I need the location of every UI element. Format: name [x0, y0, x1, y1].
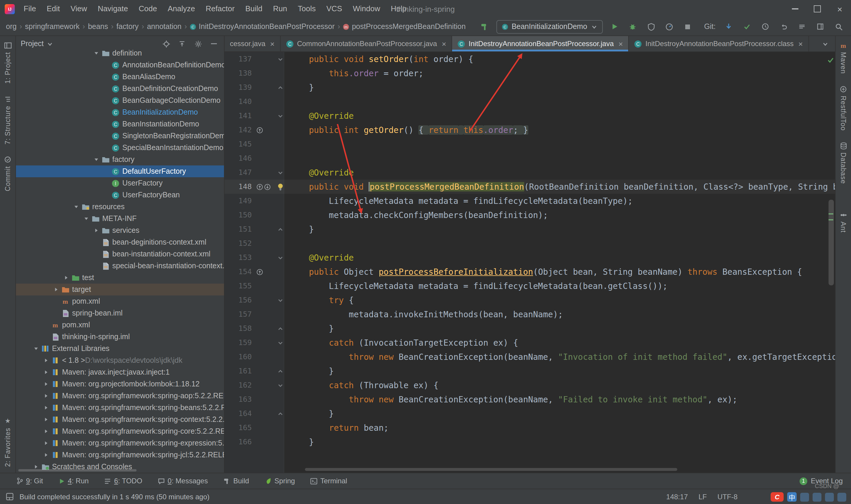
horizontal-scrollbar[interactable]: [305, 468, 677, 471]
tool-window-button-database[interactable]: Database: [840, 143, 847, 184]
git-rollback-button[interactable]: [777, 20, 790, 33]
breadcrumb-item-initdestroyannotationbeanpostprocessor[interactable]: CInitDestroyAnnotationBeanPostProcessor: [190, 22, 335, 31]
tree-item-definition[interactable]: definition: [16, 47, 224, 59]
line-number[interactable]: 165: [224, 421, 256, 435]
code-text[interactable]: try {: [285, 293, 835, 307]
line-number[interactable]: 166: [224, 435, 256, 449]
build-project-button[interactable]: [478, 20, 491, 33]
line-number[interactable]: 145: [224, 137, 256, 151]
menu-tools[interactable]: Tools: [292, 0, 321, 18]
collapsed-arrow-icon[interactable]: [32, 464, 40, 470]
tree-item-maven-org-projectlombok-lombok-1-18-12[interactable]: Maven: org.projectlombok:lombok:1.18.12: [16, 378, 224, 390]
line-number[interactable]: 155: [224, 279, 256, 293]
collapsed-arrow-icon[interactable]: [42, 428, 50, 434]
tree-item-annotationbeandefinitiondemo[interactable]: CAnnotationBeanDefinitionDemo: [16, 59, 224, 71]
tree-item-beangarbagecollectiondemo[interactable]: CBeanGarbageCollectionDemo: [16, 94, 224, 106]
code-line-160[interactable]: 160 throw new BeanCreationException(bean…: [224, 350, 835, 364]
tree-item-special-bean-instantiation-context-xml[interactable]: special-bean-instantiation-context.xml: [16, 260, 224, 272]
code-text[interactable]: throw new BeanCreationException(beanName…: [285, 392, 835, 407]
line-separator[interactable]: LF: [699, 492, 707, 501]
tree-item-pom-xml[interactable]: mpom.xml: [16, 319, 224, 331]
profiler-button[interactable]: [663, 20, 676, 33]
collapsed-arrow-icon[interactable]: [42, 440, 50, 446]
code-text[interactable]: catch (Throwable ex) {: [285, 378, 835, 392]
fold-down-icon[interactable]: [277, 340, 283, 345]
git-shelf-button[interactable]: [795, 20, 809, 33]
menu-vcs[interactable]: VCS: [321, 0, 347, 18]
menu-window[interactable]: Window: [347, 0, 386, 18]
tree-item-services[interactable]: services: [16, 224, 224, 236]
line-number[interactable]: 164: [224, 407, 256, 421]
overridden-method-icon[interactable]: [264, 183, 271, 190]
tool-window-button-git[interactable]: 9: Git: [17, 477, 43, 485]
code-line-137[interactable]: 137 public void setOrder(int order) {: [224, 52, 835, 66]
tool-window-button-todo[interactable]: 6: TODO: [104, 477, 142, 485]
code-line-149[interactable]: 149 LifecycleMetadata metadata = findLif…: [224, 194, 835, 208]
tree-item-pom-xml[interactable]: mpom.xml: [16, 295, 224, 307]
code-text[interactable]: }: [285, 80, 835, 94]
collapsed-arrow-icon[interactable]: [62, 275, 70, 281]
line-number[interactable]: 139: [224, 80, 256, 94]
tree-item-maven-org-springframework-spring-context-5-2-2-re[interactable]: Maven: org.springframework:spring-contex…: [16, 414, 224, 426]
editor-tab-cessor-java[interactable]: cessor.java×: [224, 36, 280, 51]
tool-window-switcher-icon[interactable]: [6, 493, 14, 501]
tree-item-1-8[interactable]: < 1.8 > D:\workspace\devtools\jdk\jdk: [16, 355, 224, 366]
code-line-148[interactable]: 148 public void postProcessMergedBeanDef…: [224, 180, 835, 194]
code-line-154[interactable]: 154 public Object postProcessBeforeIniti…: [224, 265, 835, 279]
breadcrumb-item-factory[interactable]: factory: [116, 22, 139, 31]
code-line-142[interactable]: 142 public int getOrder() { return this.…: [224, 123, 835, 137]
tree-item-userfactorybean[interactable]: CUserFactoryBean: [16, 189, 224, 201]
overriding-method-icon[interactable]: [256, 269, 263, 275]
overriding-method-icon[interactable]: [256, 183, 263, 190]
fold-up-icon[interactable]: [277, 368, 283, 374]
line-number[interactable]: 163: [224, 392, 256, 407]
collapsed-arrow-icon[interactable]: [92, 228, 101, 233]
collapsed-arrow-icon[interactable]: [42, 405, 50, 411]
menu-refactor[interactable]: Refactor: [200, 0, 240, 18]
code-text[interactable]: }: [285, 222, 835, 236]
collapsed-arrow-icon[interactable]: [52, 287, 60, 292]
minimize-button[interactable]: [784, 0, 806, 18]
chevron-down-icon[interactable]: [47, 40, 53, 47]
file-encoding[interactable]: UTF-8: [718, 492, 738, 501]
code-text[interactable]: metadata.checkConfigMembers(beanDefiniti…: [285, 208, 835, 222]
code-text[interactable]: @Override: [285, 165, 835, 180]
code-text[interactable]: catch (InvocationTargetException ex) {: [285, 336, 835, 350]
code-line-166[interactable]: 166 }: [224, 435, 835, 449]
fold-up-icon[interactable]: [277, 85, 283, 90]
collapsed-arrow-icon[interactable]: [42, 417, 50, 422]
tree-item-maven-javax-inject-javax-inject-1[interactable]: Maven: javax.inject:javax.inject:1: [16, 366, 224, 378]
close-button[interactable]: ×: [829, 0, 851, 18]
tool-window-button-build[interactable]: Build: [223, 477, 249, 485]
tree-item-beandefinitioncreationdemo[interactable]: CBeanDefinitionCreationDemo: [16, 83, 224, 94]
line-number[interactable]: 140: [224, 94, 256, 109]
code-text[interactable]: this.order = order;: [285, 66, 835, 80]
tree-item-beaninstantiationdemo[interactable]: CBeanInstantiationDemo: [16, 118, 224, 130]
line-number[interactable]: 153: [224, 251, 256, 265]
tree-item-specialbeaninstantiationdemo[interactable]: CSpecialBeanInstantiationDemo: [16, 142, 224, 154]
line-number[interactable]: 159: [224, 336, 256, 350]
vertical-scrollbar[interactable]: [829, 200, 834, 285]
code-text[interactable]: }: [285, 407, 835, 421]
tree-item-userfactory[interactable]: IUserFactory: [16, 177, 224, 189]
editor-tab-initdestroyannotationbeanpostprocessor-java[interactable]: CInitDestroyAnnotationBeanPostProcessor.…: [452, 36, 629, 51]
tool-window-button-spring[interactable]: Spring: [265, 477, 295, 485]
fold-up-icon[interactable]: [277, 227, 283, 232]
line-number[interactable]: 141: [224, 109, 256, 123]
code-line-150[interactable]: 150 metadata.checkConfigMembers(beanDefi…: [224, 208, 835, 222]
code-text[interactable]: public int getOrder() { return this.orde…: [285, 123, 835, 137]
breadcrumb-item-postprocessmergedbeandefinition[interactable]: mpostProcessMergedBeanDefinition: [343, 22, 466, 31]
code-text[interactable]: return bean;: [285, 421, 835, 435]
fold-down-icon[interactable]: [277, 298, 283, 303]
tree-item-maven-org-springframework-spring-beans-5-2-2-reli[interactable]: Maven: org.springframework:spring-beans:…: [16, 402, 224, 414]
code-line-163[interactable]: 163 throw new BeanCreationException(bean…: [224, 392, 835, 407]
code-line-165[interactable]: 165 return bean;: [224, 421, 835, 435]
caret-position[interactable]: 148:17: [666, 492, 688, 501]
project-horizontal-scrollbar[interactable]: [18, 469, 137, 471]
error-stripe[interactable]: [827, 52, 835, 473]
breadcrumb-item-annotation[interactable]: annotation: [147, 22, 181, 31]
menu-code[interactable]: Code: [133, 0, 162, 18]
code-line-152[interactable]: 152: [224, 236, 835, 251]
breadcrumb-item-org[interactable]: org: [6, 22, 17, 31]
fold-down-icon[interactable]: [277, 56, 283, 62]
